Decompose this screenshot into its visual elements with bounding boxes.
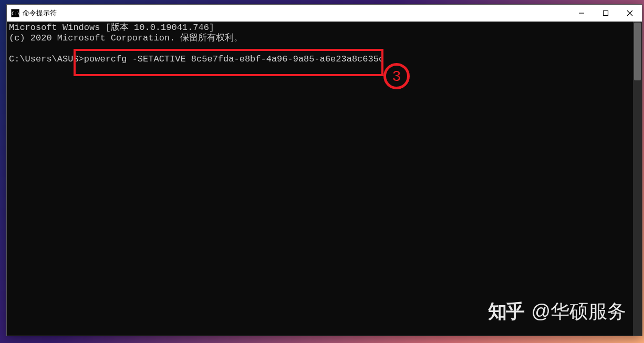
command-prompt-window: C:\ 命令提示符 Microsoft Windows [版本 10.0.190… bbox=[6, 4, 642, 336]
vertical-scrollbar[interactable] bbox=[633, 22, 642, 336]
terminal-line-version: Microsoft Windows [版本 10.0.19041.746] bbox=[9, 23, 640, 33]
window-titlebar[interactable]: C:\ 命令提示符 bbox=[7, 5, 642, 22]
cmd-icon: C:\ bbox=[11, 9, 19, 17]
minimize-icon bbox=[578, 10, 585, 16]
command-text: powercfg -SETACTIVE 8c5e7fda-e8bf-4a96-9… bbox=[84, 54, 384, 64]
maximize-icon bbox=[603, 10, 609, 16]
terminal-body[interactable]: Microsoft Windows [版本 10.0.19041.746] (c… bbox=[7, 22, 642, 336]
prompt-prefix: C:\Users\ASUS> bbox=[9, 54, 84, 64]
terminal-prompt-line: C:\Users\ASUS>powercfg -SETACTIVE 8c5e7f… bbox=[9, 54, 640, 65]
svg-rect-1 bbox=[604, 11, 608, 16]
stage: C:\ 命令提示符 Microsoft Windows [版本 10.0.190… bbox=[0, 0, 644, 343]
scrollbar-thumb[interactable] bbox=[634, 23, 641, 80]
maximize-button[interactable] bbox=[594, 5, 618, 22]
close-button[interactable] bbox=[618, 5, 642, 22]
close-icon bbox=[627, 10, 633, 16]
window-title: 命令提示符 bbox=[23, 8, 57, 18]
minimize-button[interactable] bbox=[569, 5, 594, 22]
terminal-line-copyright: (c) 2020 Microsoft Corporation. 保留所有权利。 bbox=[9, 33, 640, 44]
